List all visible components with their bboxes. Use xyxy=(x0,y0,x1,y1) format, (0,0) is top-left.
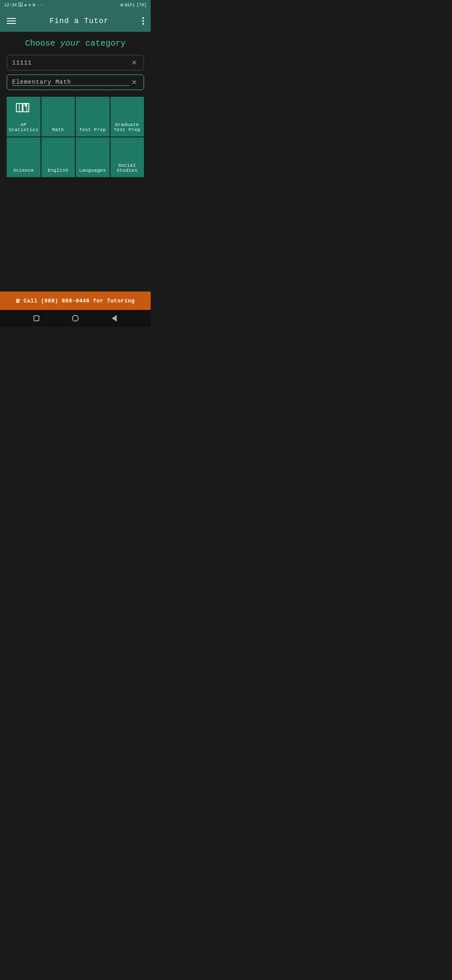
status-bar-left: 12:34 🄽 ◈ ⊘ ⊞ ··· xyxy=(4,3,44,8)
page-title: Choose your category xyxy=(7,39,144,48)
home-button[interactable] xyxy=(71,314,80,322)
clear-input-2-button[interactable]: ✕ xyxy=(130,78,139,86)
more-options-button[interactable] xyxy=(142,17,144,25)
category-label: English xyxy=(48,168,69,173)
search-input-1-wrapper: ✕ xyxy=(7,55,144,70)
app-title: Find a Tutor xyxy=(49,17,109,25)
category-social-studies[interactable]: Social Studies xyxy=(110,137,144,177)
category-science[interactable]: Science xyxy=(7,137,41,177)
svg-rect-4 xyxy=(25,103,26,106)
status-time: 12:34 xyxy=(4,3,17,8)
status-bar-right: ⊠ WiFi [76] xyxy=(121,3,146,8)
status-x-icon: ⊠ xyxy=(121,3,123,8)
status-grid-icon: ⊞ xyxy=(33,3,35,8)
book-icon xyxy=(15,103,31,116)
category-label: Languages xyxy=(79,168,106,173)
menu-button[interactable] xyxy=(7,18,16,24)
phone-icon: ☎ xyxy=(16,297,20,305)
status-dropbox-icon: ◈ xyxy=(24,3,27,8)
category-grid: AP Statistics Math Test Prep Graduate Te… xyxy=(7,97,144,177)
wifi-icon: WiFi xyxy=(125,3,135,8)
navigation-bar xyxy=(0,310,151,327)
category-label: Graduate Test Prep xyxy=(112,122,143,132)
category-label: Science xyxy=(13,168,34,173)
category-math[interactable]: Math xyxy=(41,97,75,137)
category-label: AP Statistics xyxy=(8,122,39,132)
category-test-prep[interactable]: Test Prep xyxy=(76,97,110,137)
main-content: Choose your category ✕ ✕ AP Statistics xyxy=(0,32,151,291)
category-ap-statistics[interactable]: AP Statistics xyxy=(7,97,41,137)
search-input-2[interactable] xyxy=(12,79,130,86)
app-header: Find a Tutor xyxy=(0,10,151,32)
battery-icon: [76] xyxy=(136,3,146,8)
recent-apps-button[interactable] xyxy=(32,314,41,322)
category-label: Test Prep xyxy=(79,127,106,132)
search-container: ✕ ✕ xyxy=(7,55,144,90)
call-bar[interactable]: ☎ Call (888) 888-0446 for Tutoring xyxy=(0,291,151,310)
back-button[interactable] xyxy=(110,314,118,322)
search-input-1[interactable] xyxy=(12,59,130,66)
category-label: Social Studies xyxy=(112,163,143,173)
category-languages[interactable]: Languages xyxy=(76,137,110,177)
call-text: Call (888) 888-0446 for Tutoring xyxy=(23,298,135,304)
category-english[interactable]: English xyxy=(41,137,75,177)
category-graduate-test-prep[interactable]: Graduate Test Prep xyxy=(110,97,144,137)
clear-input-1-button[interactable]: ✕ xyxy=(130,59,139,67)
search-input-2-wrapper: ✕ xyxy=(7,75,144,90)
status-bar: 12:34 🄽 ◈ ⊘ ⊞ ··· ⊠ WiFi [76] xyxy=(0,0,151,10)
status-dots-icon: ··· xyxy=(37,3,44,8)
status-n-icon: 🄽 xyxy=(18,3,23,8)
category-label: Math xyxy=(52,127,64,132)
status-circle-icon: ⊘ xyxy=(28,3,31,8)
